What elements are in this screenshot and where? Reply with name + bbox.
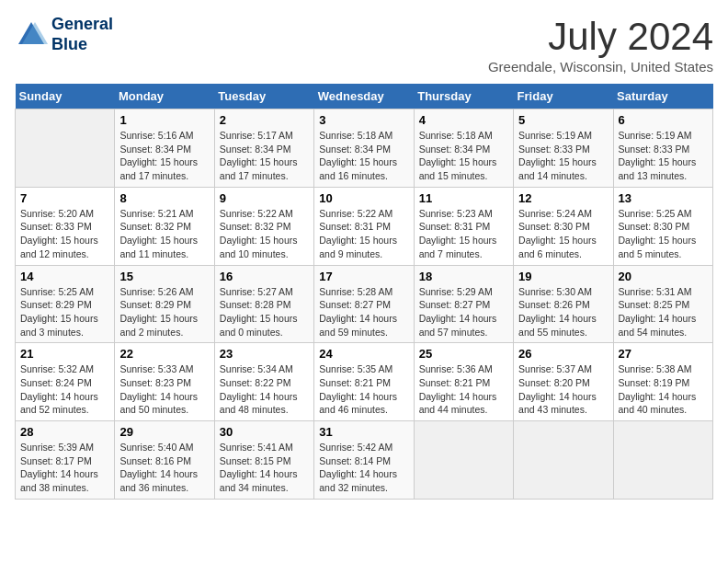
calendar-cell: 24Sunrise: 5:35 AM Sunset: 8:21 PM Dayli… [314,343,414,421]
calendar-week-row: 1Sunrise: 5:16 AM Sunset: 8:34 PM Daylig… [16,109,713,188]
day-info: Sunrise: 5:20 AM Sunset: 8:33 PM Dayligh… [20,207,109,261]
day-number: 12 [518,191,608,205]
calendar-cell: 20Sunrise: 5:31 AM Sunset: 8:25 PM Dayli… [613,265,712,343]
calendar-cell: 3Sunrise: 5:18 AM Sunset: 8:34 PM Daylig… [314,109,414,188]
day-info: Sunrise: 5:31 AM Sunset: 8:25 PM Dayligh… [619,285,708,339]
day-info: Sunrise: 5:32 AM Sunset: 8:24 PM Dayligh… [20,362,109,417]
calendar-week-row: 14Sunrise: 5:25 AM Sunset: 8:29 PM Dayli… [16,265,713,343]
day-number: 15 [119,270,209,283]
day-info: Sunrise: 5:33 AM Sunset: 8:23 PM Dayligh… [119,362,209,417]
day-info: Sunrise: 5:25 AM Sunset: 8:29 PM Dayligh… [20,285,109,339]
day-number: 31 [319,425,408,439]
calendar-cell: 7Sunrise: 5:20 AM Sunset: 8:33 PM Daylig… [16,187,115,265]
page-header: General Blue July 2024 Greendale, Wiscon… [15,15,713,75]
calendar-cell: 6Sunrise: 5:19 AM Sunset: 8:33 PM Daylig… [613,109,712,188]
calendar-cell: 29Sunrise: 5:40 AM Sunset: 8:16 PM Dayli… [115,421,214,500]
day-info: Sunrise: 5:30 AM Sunset: 8:26 PM Dayligh… [518,285,608,339]
day-number: 29 [119,425,209,439]
day-info: Sunrise: 5:28 AM Sunset: 8:27 PM Dayligh… [319,285,408,339]
title-area: July 2024 Greendale, Wisconsin, United S… [488,15,713,75]
day-info: Sunrise: 5:36 AM Sunset: 8:21 PM Dayligh… [419,362,508,417]
column-header-tuesday: Tuesday [214,84,313,109]
calendar-cell: 4Sunrise: 5:18 AM Sunset: 8:34 PM Daylig… [414,109,513,188]
calendar-cell: 14Sunrise: 5:25 AM Sunset: 8:29 PM Dayli… [16,265,115,343]
calendar-cell: 13Sunrise: 5:25 AM Sunset: 8:30 PM Dayli… [613,187,712,265]
day-info: Sunrise: 5:21 AM Sunset: 8:32 PM Dayligh… [119,207,209,261]
day-number: 26 [518,347,608,361]
calendar-week-row: 28Sunrise: 5:39 AM Sunset: 8:17 PM Dayli… [16,421,713,500]
calendar-cell: 25Sunrise: 5:36 AM Sunset: 8:21 PM Dayli… [414,343,513,421]
day-number: 2 [220,113,309,127]
column-header-friday: Friday [514,84,613,109]
calendar-cell: 2Sunrise: 5:17 AM Sunset: 8:34 PM Daylig… [214,109,313,188]
day-info: Sunrise: 5:22 AM Sunset: 8:32 PM Dayligh… [220,207,309,261]
day-info: Sunrise: 5:42 AM Sunset: 8:14 PM Dayligh… [319,441,408,495]
day-number: 16 [220,270,309,283]
day-number: 22 [119,347,209,361]
day-info: Sunrise: 5:38 AM Sunset: 8:19 PM Dayligh… [619,362,708,417]
day-info: Sunrise: 5:26 AM Sunset: 8:29 PM Dayligh… [119,285,209,339]
calendar-cell: 21Sunrise: 5:32 AM Sunset: 8:24 PM Dayli… [16,343,115,421]
day-info: Sunrise: 5:18 AM Sunset: 8:34 PM Dayligh… [319,129,408,183]
calendar-week-row: 21Sunrise: 5:32 AM Sunset: 8:24 PM Dayli… [16,343,713,421]
calendar-cell [16,109,115,188]
calendar-cell: 9Sunrise: 5:22 AM Sunset: 8:32 PM Daylig… [214,187,313,265]
day-number: 5 [518,113,608,127]
column-header-thursday: Thursday [414,84,513,109]
day-info: Sunrise: 5:19 AM Sunset: 8:33 PM Dayligh… [518,129,608,183]
day-info: Sunrise: 5:40 AM Sunset: 8:16 PM Dayligh… [119,441,209,495]
day-info: Sunrise: 5:19 AM Sunset: 8:33 PM Dayligh… [619,129,708,183]
calendar-cell: 22Sunrise: 5:33 AM Sunset: 8:23 PM Dayli… [115,343,214,421]
day-number: 1 [119,113,209,127]
day-number: 19 [518,270,608,283]
day-number: 27 [619,347,708,361]
calendar-cell: 12Sunrise: 5:24 AM Sunset: 8:30 PM Dayli… [514,187,613,265]
day-info: Sunrise: 5:24 AM Sunset: 8:30 PM Dayligh… [518,207,608,261]
calendar-cell: 10Sunrise: 5:22 AM Sunset: 8:31 PM Dayli… [314,187,414,265]
day-info: Sunrise: 5:29 AM Sunset: 8:27 PM Dayligh… [419,285,508,339]
day-info: Sunrise: 5:41 AM Sunset: 8:15 PM Dayligh… [220,441,309,495]
day-number: 17 [319,270,408,283]
day-info: Sunrise: 5:16 AM Sunset: 8:34 PM Dayligh… [119,129,209,183]
day-info: Sunrise: 5:17 AM Sunset: 8:34 PM Dayligh… [220,129,309,183]
calendar-cell: 11Sunrise: 5:23 AM Sunset: 8:31 PM Dayli… [414,187,513,265]
calendar-cell [514,421,613,500]
day-number: 11 [419,191,508,205]
day-info: Sunrise: 5:25 AM Sunset: 8:30 PM Dayligh… [619,207,708,261]
column-header-monday: Monday [115,84,214,109]
calendar-cell [414,421,513,500]
calendar-cell: 27Sunrise: 5:38 AM Sunset: 8:19 PM Dayli… [613,343,712,421]
day-number: 4 [419,113,508,127]
day-number: 7 [20,191,109,205]
calendar-cell: 23Sunrise: 5:34 AM Sunset: 8:22 PM Dayli… [214,343,313,421]
calendar-cell: 17Sunrise: 5:28 AM Sunset: 8:27 PM Dayli… [314,265,414,343]
day-number: 20 [619,270,708,283]
calendar-cell: 16Sunrise: 5:27 AM Sunset: 8:28 PM Dayli… [214,265,313,343]
day-number: 23 [220,347,309,361]
day-number: 9 [220,191,309,205]
calendar-week-row: 7Sunrise: 5:20 AM Sunset: 8:33 PM Daylig… [16,187,713,265]
month-title: July 2024 [488,15,713,59]
calendar-cell: 19Sunrise: 5:30 AM Sunset: 8:26 PM Dayli… [514,265,613,343]
column-header-wednesday: Wednesday [314,84,414,109]
calendar-cell: 1Sunrise: 5:16 AM Sunset: 8:34 PM Daylig… [115,109,214,188]
day-number: 25 [419,347,508,361]
calendar-header-row: SundayMondayTuesdayWednesdayThursdayFrid… [16,84,713,109]
calendar-cell: 26Sunrise: 5:37 AM Sunset: 8:20 PM Dayli… [514,343,613,421]
day-number: 10 [319,191,408,205]
day-number: 14 [20,270,109,283]
day-info: Sunrise: 5:34 AM Sunset: 8:22 PM Dayligh… [220,362,309,417]
day-info: Sunrise: 5:35 AM Sunset: 8:21 PM Dayligh… [319,362,408,417]
day-number: 6 [619,113,708,127]
logo-text: General Blue [51,15,113,54]
column-header-sunday: Sunday [16,84,115,109]
day-number: 3 [319,113,408,127]
calendar-cell: 31Sunrise: 5:42 AM Sunset: 8:14 PM Dayli… [314,421,414,500]
logo: General Blue [15,15,113,54]
calendar-cell [613,421,712,500]
day-info: Sunrise: 5:23 AM Sunset: 8:31 PM Dayligh… [419,207,508,261]
day-info: Sunrise: 5:37 AM Sunset: 8:20 PM Dayligh… [518,362,608,417]
calendar-cell: 28Sunrise: 5:39 AM Sunset: 8:17 PM Dayli… [16,421,115,500]
day-info: Sunrise: 5:22 AM Sunset: 8:31 PM Dayligh… [319,207,408,261]
day-number: 18 [419,270,508,283]
